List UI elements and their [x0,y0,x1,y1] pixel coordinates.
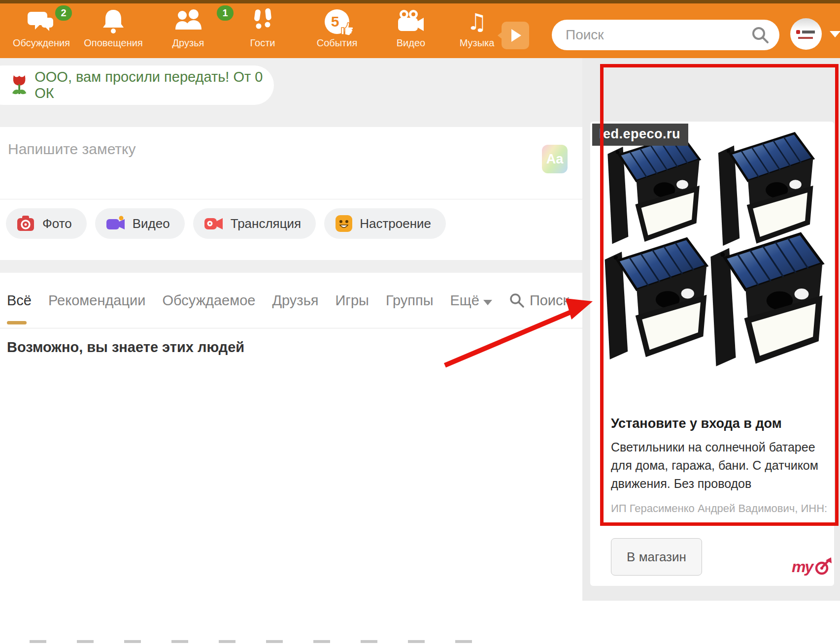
cutoff-bottom-content [30,640,483,643]
divider [0,199,582,199]
gift-banner-strip: ООО, вам просили передать! От 0 ОК [0,58,582,127]
friends-badge: 1 [217,5,234,21]
video-button[interactable]: Видео [95,208,185,239]
miniplayer-widget[interactable] [502,22,529,49]
play-icon [511,29,521,42]
avatar-logo-fragment [798,37,813,39]
nav-item-events[interactable]: 5 События [298,7,376,49]
composer-actions: Фото Видео Трансляция [6,208,446,239]
thumbs-up-icon [340,21,354,36]
tab-recommendations[interactable]: Рекомендации [48,292,145,309]
events-count: 5 [331,13,339,30]
ad-title[interactable]: Установите у входа в дом [611,416,782,431]
pill-label: Видео [133,216,170,231]
gift-notification-banner[interactable]: ООО, вам просили передать! От 0 ОК [0,65,274,105]
feed-tabs: Всё Рекомендации Обсуждаемое Друзья Игры… [0,273,582,328]
mytarget-my-text: my [792,558,812,576]
search-icon[interactable] [751,26,770,44]
ad-advertiser-disclaimer: ИП Герасименко Андрей Вадимович, ИНН: 5 [611,502,831,515]
nav-label: Обсуждения [2,37,81,49]
user-avatar[interactable] [790,18,822,50]
note-composer-card: Напишите заметку Aa Фото Видео [0,127,582,260]
photo-camera-icon [17,215,35,232]
nav-label: События [298,37,376,49]
tab-discussed[interactable]: Обсуждаемое [162,292,255,309]
nav-item-discussions[interactable]: 2 Обсуждения [2,7,81,49]
note-input-placeholder[interactable]: Напишите заметку [8,141,136,158]
discussions-badge: 2 [55,5,72,21]
gift-banner-text: ООО, вам просили передать! От 0 ОК [34,69,274,101]
bell-icon [74,7,153,36]
nav-label: Гости [223,37,302,49]
tulip-icon [11,73,28,97]
search-icon [509,292,525,308]
feed-card: Возможно, вы знаете этих людей [0,328,582,644]
window-top-edge [0,0,840,3]
tab-more-label: Ещё [450,292,479,308]
video-camcorder-icon [106,215,126,232]
nav-item-notifications[interactable]: Оповещения [74,7,153,49]
mood-button[interactable]: Настроение [324,208,446,239]
nav-label: Друзья [149,37,228,49]
ad-product-image[interactable] [603,124,831,413]
footprints-icon [223,7,302,36]
nav-item-guests[interactable]: Гости [223,7,302,49]
broadcast-camera-icon [204,215,224,232]
nav-item-friends[interactable]: 1 Друзья [149,7,228,49]
global-search [552,20,779,50]
miniplayer-notch [498,32,503,39]
mytarget-target-icon [812,556,832,577]
section-gap [0,260,582,273]
ad-domain-label[interactable]: led.epeco.ru [592,124,688,146]
tab-games[interactable]: Игры [335,292,369,309]
people-you-may-know-heading: Возможно, вы знаете этих людей [7,339,244,355]
pill-label: Настроение [360,216,431,231]
search-input[interactable] [565,27,751,43]
pill-label: Трансляция [231,216,301,231]
ad-description: Светильники на солнечной батарее для дом… [611,438,832,493]
live-stream-button[interactable]: Трансляция [193,208,316,239]
feed-search-button[interactable]: Поиск [509,292,569,309]
avatar-logo-fragment [802,31,815,33]
friends-icon: 1 [149,7,228,36]
tab-all[interactable]: Всё [7,292,32,309]
photo-button[interactable]: Фото [6,208,87,239]
smiley-icon [335,215,353,232]
avatar-logo-fragment [796,30,800,34]
pill-label: Фото [42,216,72,231]
tab-friends[interactable]: Друзья [272,292,318,309]
feed-search-label: Поиск [530,292,569,309]
text-format-icon[interactable]: Aa [542,145,568,173]
chat-bubbles-icon: 2 [2,7,81,36]
tab-more[interactable]: Ещё [450,292,492,309]
profile-menu-caret-icon[interactable] [830,31,840,37]
shop-cta-button[interactable]: В магазин [611,538,702,576]
nav-label: Оповещения [74,37,153,49]
events-count-icon: 5 [298,7,376,36]
top-navigation-bar: 2 Обсуждения Оповещения 1 Друзья [0,3,840,58]
ad-network-logo[interactable]: my [792,556,832,577]
chevron-down-icon [483,300,492,305]
tab-groups[interactable]: Группы [386,292,434,309]
